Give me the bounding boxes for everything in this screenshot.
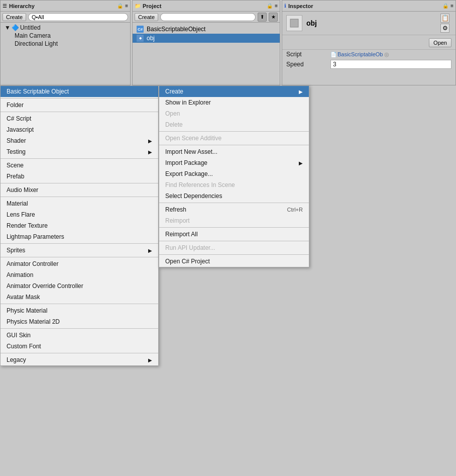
create-menu-shader[interactable]: Shader ▶ — [1, 135, 158, 146]
ctx-api-updater[interactable]: Run API Updater... — [159, 242, 309, 253]
ctx-import-package[interactable]: Import Package ▶ — [159, 157, 309, 168]
hierarchy-root-item[interactable]: ▼ 🔷 Untitled — [1, 24, 130, 32]
ctx-sep2 — [159, 145, 309, 145]
scene-icon: 🔷 — [12, 24, 19, 31]
ctx-reimport[interactable]: Reimport — [159, 215, 309, 226]
create-menu-animoverride[interactable]: Animator Override Controller — [1, 280, 158, 292]
hierarchy-lock-icon[interactable]: 🔒 — [117, 3, 123, 9]
create-menu-physicmat[interactable]: Physic Material — [1, 305, 158, 316]
create-menu-avatarmask[interactable]: Avatar Mask — [1, 292, 158, 303]
sep5 — [1, 243, 158, 244]
create-menu-testing[interactable]: Testing ▶ — [1, 146, 158, 157]
sep8 — [1, 328, 158, 329]
import-pkg-arrow: ▶ — [299, 160, 303, 166]
project-toolbar: Create ⬆ ★ — [133, 12, 280, 23]
hierarchy-create-button[interactable]: Create — [3, 13, 26, 21]
inspector-gear-btn[interactable]: ⚙ — [440, 24, 449, 33]
hierarchy-child-camera[interactable]: Main Camera — [1, 32, 130, 40]
inspector-title: Inspector — [288, 3, 313, 9]
hierarchy-panel: ☰ Hierarchy 🔒 ≡ Create ▼ 🔷 Untitled Main… — [0, 0, 131, 85]
ctx-delete[interactable]: Delete — [159, 119, 309, 130]
inspector-lock-icon[interactable]: 🔒 — [442, 3, 448, 9]
inspector-info-icon: ℹ — [284, 3, 286, 9]
create-submenu-header[interactable]: Basic Scriptable Object — [1, 86, 158, 97]
ctx-open-scene-additive[interactable]: Open Scene Additive — [159, 133, 309, 144]
project-item-obj[interactable]: ◆ obj — [133, 34, 280, 43]
ctx-create-arrow: ▶ — [299, 89, 303, 94]
project-lock-icon[interactable]: 🔒 — [267, 3, 273, 9]
hierarchy-tree: ▼ 🔷 Untitled Main Camera Directional Lig… — [1, 23, 130, 49]
project-panel: 📁 Project 🔒 ≡ Create ⬆ ★ C# BasicScripta… — [132, 0, 280, 85]
project-item-basicso[interactable]: C# BasicScriptableObject — [133, 25, 280, 34]
hierarchy-menu-icon[interactable]: ≡ — [125, 3, 128, 9]
ctx-import-new[interactable]: Import New Asset... — [159, 146, 309, 157]
inspector-icon-btn[interactable]: 📋 — [440, 14, 449, 23]
shader-arrow: ▶ — [148, 138, 152, 144]
hierarchy-toolbar: Create — [1, 12, 130, 23]
hierarchy-child-light[interactable]: Directional Light — [1, 40, 130, 48]
speed-value[interactable]: 3 — [330, 60, 451, 69]
script-label: Script — [286, 51, 326, 58]
testing-arrow: ▶ — [148, 149, 152, 155]
create-menu-javascript[interactable]: Javascript — [1, 124, 158, 135]
script-value-link[interactable]: 📄 BasicScriptableOb ◎ — [330, 51, 451, 58]
create-menu-prefab[interactable]: Prefab — [1, 171, 158, 182]
create-menu-lightmap[interactable]: Lightmap Parameters — [1, 231, 158, 242]
project-header: 📁 Project 🔒 ≡ — [133, 1, 280, 12]
create-submenu: Basic Scriptable Object Folder C# Script… — [0, 85, 159, 366]
create-menu-rendertexture[interactable]: Render Texture — [1, 220, 158, 231]
obj-name: obj — [306, 19, 436, 27]
create-menu-customfont[interactable]: Custom Font — [1, 341, 158, 352]
ctx-find-refs[interactable]: Find References In Scene — [159, 179, 309, 191]
inspector-speed-row: Speed 3 — [282, 59, 455, 70]
project-create-button[interactable]: Create — [135, 13, 158, 21]
sep1 — [1, 112, 158, 112]
so-icon: ◆ — [137, 35, 144, 42]
inspector-open-button[interactable]: Open — [429, 38, 451, 47]
project-items-list: C# BasicScriptableObject ◆ obj — [133, 23, 280, 45]
ctx-sep4 — [159, 227, 309, 228]
create-menu-physicsmat2d[interactable]: Physics Material 2D — [1, 316, 158, 327]
create-menu-audiomixer[interactable]: Audio Mixer — [1, 184, 158, 196]
create-menu-legacy[interactable]: Legacy ▶ — [1, 354, 158, 365]
project-icon-btn2[interactable]: ★ — [269, 13, 278, 22]
ctx-sep5 — [159, 241, 309, 241]
create-menu-guiskin[interactable]: GUI Skin — [1, 330, 158, 341]
ctx-reimport-all[interactable]: Reimport All — [159, 229, 309, 240]
create-menu-animation[interactable]: Animation — [1, 269, 158, 280]
ctx-show-explorer[interactable]: Show in Explorer — [159, 97, 309, 108]
create-menu-folder[interactable]: Folder — [1, 100, 158, 111]
create-menu-csharp[interactable]: C# Script — [1, 113, 158, 124]
project-search-input[interactable] — [160, 13, 256, 21]
sep4 — [1, 197, 158, 197]
sep2 — [1, 158, 158, 159]
ctx-open[interactable]: Open — [159, 108, 309, 119]
script-file-icon: 📄 — [330, 52, 336, 57]
create-menu-lensflare[interactable]: Lens Flare — [1, 209, 158, 220]
create-submenu-sep0 — [1, 98, 158, 99]
legacy-arrow: ▶ — [148, 357, 152, 363]
inspector-menu-icon[interactable]: ≡ — [450, 3, 453, 9]
project-icon-btn1[interactable]: ⬆ — [258, 13, 267, 22]
hierarchy-icon: ☰ — [3, 3, 7, 9]
ctx-refresh-shortcut: Ctrl+R — [287, 207, 303, 213]
create-menu-sprites[interactable]: Sprites ▶ — [1, 245, 158, 256]
project-menu-icon[interactable]: ≡ — [275, 3, 278, 9]
hierarchy-header: ☰ Hierarchy 🔒 ≡ — [1, 1, 130, 12]
ctx-export-package[interactable]: Export Package... — [159, 168, 309, 179]
create-menu-scene[interactable]: Scene — [1, 160, 158, 171]
ctx-open-csharp-project[interactable]: Open C# Project — [159, 256, 309, 267]
inspector-panel: ℹ Inspector 🔒 ≡ obj 📋 ⚙ Open Script 📄 Ba… — [282, 0, 456, 85]
triangle-icon: ▼ — [5, 24, 11, 31]
ctx-sep3 — [159, 203, 309, 203]
inspector-header: ℹ Inspector 🔒 ≡ — [282, 1, 455, 12]
script-icon: C# — [137, 26, 144, 33]
sep7 — [1, 304, 158, 304]
ctx-refresh[interactable]: Refresh Ctrl+R — [159, 204, 309, 215]
hierarchy-title: Hierarchy — [9, 3, 35, 9]
create-menu-material[interactable]: Material — [1, 198, 158, 209]
ctx-create[interactable]: Create ▶ — [159, 86, 309, 97]
create-menu-animcontroller[interactable]: Animator Controller — [1, 258, 158, 269]
hierarchy-search-input[interactable] — [28, 13, 128, 21]
ctx-select-deps[interactable]: Select Dependencies — [159, 191, 309, 202]
